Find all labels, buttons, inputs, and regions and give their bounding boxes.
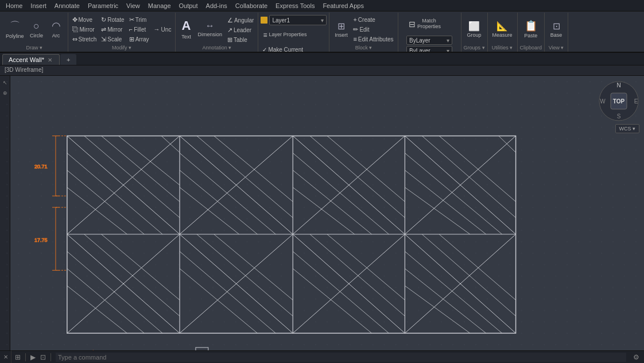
tab-accent-wall-label: Accent Wall* [9,56,44,63]
view-label: [3D Wireframe] [0,65,644,76]
leader-button[interactable]: ↗Leader [226,25,255,34]
status-icon-right[interactable]: ⚙ [633,353,639,361]
bylayer2-dropdown[interactable]: ByLayer ▾ [406,46,452,53]
fillet-button[interactable]: ⌐Fillet [127,25,151,34]
ribbon-group-clipboard: 📋 Paste Clipboard [518,13,545,52]
status-divider-1 [25,353,26,361]
scale-button[interactable]: ⇲Scale [99,34,126,44]
ribbon-group-groups: ⬜ Group Groups ▾ [461,13,488,52]
layer-name: Layer1 [272,17,290,24]
ribbon: ⌒ Polyline ○ Circle ◠ Arc Draw ▾ ✥Move ⿻… [0,11,644,53]
circle-button[interactable]: ○ Circle [28,14,46,44]
tab-accent-wall[interactable]: Accent Wall* ✕ [2,54,60,65]
menu-manage[interactable]: Manage [145,1,174,10]
stretch-button[interactable]: ⇔Stretch [71,34,99,44]
move-button[interactable]: ✥Move [71,15,99,24]
status-icon-2[interactable]: ⊞ [15,353,21,361]
tabs-row: Accent Wall* ✕ + [0,53,644,65]
make-current-button[interactable]: ✓Make Current [261,45,305,53]
insert-button[interactable]: ⊞ Insert [332,14,350,44]
array-button[interactable]: ⊞Array [127,34,151,44]
menu-home[interactable]: Home [2,1,26,10]
unc-button[interactable]: →Unc [152,25,173,34]
menu-output[interactable]: Output [176,1,201,10]
angular-button[interactable]: ∠Angular [226,16,255,25]
dim-text-2071: 20.71 [34,164,47,169]
tab-add[interactable]: + [60,54,76,65]
status-bar: ⊕ ⊞ ▶ ⊡ ⚙ [0,350,644,363]
command-input[interactable] [56,353,626,362]
layer-properties-button[interactable]: ≡ Layer Properties [261,26,309,44]
dim-text-1775: 17.75 [34,237,47,243]
arc-icon: ◠ [52,20,61,32]
close-icon[interactable]: ✕ [3,354,8,360]
tab-accent-wall-close[interactable]: ✕ [46,57,53,63]
ribbon-group-properties: ⊟ MatchProperties ByLayer ▾ ByLayer ▾ Pr… [398,13,461,52]
menu-view[interactable]: View [123,1,143,10]
dimension-button[interactable]: ↔ Dimension [195,14,224,44]
paste-button[interactable]: 📋 Paste [522,14,540,44]
drawing-canvas[interactable]: 20.71 17.75 30° [0,76,644,350]
base-button[interactable]: ⊡ Base [547,14,565,44]
bottom-left-close[interactable]: ✕ [0,350,11,363]
block-group-label: Block ▾ [355,45,373,52]
wcs-indicator: WCS ▾ [615,124,640,133]
status-divider-2 [51,353,51,361]
menu-bar: Home Insert Annotate Parametric View Man… [0,0,644,11]
menu-featuredapps[interactable]: Featured Apps [319,1,367,10]
groups-group-label: Groups ▾ [464,45,485,52]
measure-button[interactable]: 📐 Measure [490,14,515,44]
arc-label: Arc [52,33,60,39]
text-button[interactable]: A Text [178,14,194,44]
draw-group-label: Draw ▾ [26,45,43,52]
rotate-button[interactable]: ↻Rotate [99,15,126,24]
menu-addins[interactable]: Add-ins [203,1,231,10]
match-properties-button[interactable]: ⊟ MatchProperties [406,14,443,34]
create-button[interactable]: +Create [351,15,395,24]
view-group-label: View ▾ [549,45,564,52]
ribbon-group-annotation: A Text ↔ Dimension ∠Angular ↗Leader ⊞Tab… [176,13,258,52]
bylayer2-label: ByLayer [409,48,430,53]
copy-button[interactable]: ⿻Mirror [71,25,99,34]
svg-text:E: E [634,98,638,105]
annotation-group-label: Annotation ▾ [203,45,232,52]
group-button[interactable]: ⬜ Group [465,14,484,44]
circle-icon: ○ [33,20,40,32]
trim-button[interactable]: ✂Trim [127,15,151,24]
circle-label: Circle [30,33,43,39]
nav-cube[interactable]: N S W E TOP [598,80,639,122]
menu-parametric[interactable]: Parametric [84,1,122,10]
mirror-button[interactable]: ⇌Mirror [99,25,126,34]
bylayer1-dropdown[interactable]: ByLayer ▾ [406,36,452,45]
clipboard-group-label: Clipboard [520,45,542,52]
svg-text:TOP: TOP [613,98,625,105]
table-button[interactable]: ⊞Table [226,35,255,44]
ribbon-group-block: ⊞ Insert +Create ✏Edit ≡Edit Attributes … [329,13,398,52]
menu-expresstools[interactable]: Express Tools [272,1,318,10]
edit-attributes-button[interactable]: ≡Edit Attributes [351,34,395,44]
polyline-icon: ⌒ [10,19,20,33]
ribbon-group-utilities: 📐 Measure Utilities ▾ [488,13,518,52]
canvas-area[interactable]: ↖ ⊕ [0,76,644,350]
status-icon-play[interactable]: ▶ [30,353,36,361]
tab-add-icon: + [67,56,70,63]
svg-text:S: S [617,113,621,119]
menu-insert[interactable]: Insert [27,1,50,10]
polyline-button[interactable]: ⌒ Polyline [3,14,26,44]
edit-block-button[interactable]: ✏Edit [351,25,395,34]
svg-text:W: W [600,98,606,105]
utilities-group-label: Utilities ▾ [492,45,513,52]
bylayer1-label: ByLayer [409,37,430,44]
status-icon-snap[interactable]: ⊡ [40,353,46,361]
menu-annotate[interactable]: Annotate [51,1,83,10]
svg-rect-1 [1,76,642,350]
layer-color-swatch [261,17,267,24]
arc-button[interactable]: ◠ Arc [47,14,65,44]
modify-group-label: Modify ▾ [112,45,131,52]
ribbon-group-layers: Layer1 ▾ ≡ Layer Properties ✓Make Curren… [258,13,329,52]
ribbon-group-modify: ✥Move ⿻Mirror ⇔Stretch ↻Rotate ⇌Mirror ⇲… [68,13,176,52]
ribbon-group-view: ⊡ Base View ▾ [545,13,568,52]
layer-dropdown[interactable]: Layer1 ▾ [269,15,327,25]
ribbon-group-draw: ⌒ Polyline ○ Circle ◠ Arc Draw ▾ [1,13,68,52]
menu-collaborate[interactable]: Collaborate [232,1,271,10]
